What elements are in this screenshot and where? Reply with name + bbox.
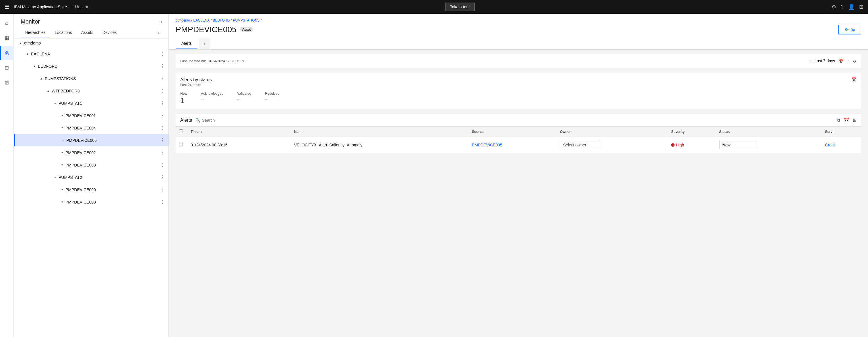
item-menu-icon[interactable]: ⋮ [157,136,168,144]
tree-item-pmpdevice001[interactable]: ▾ PMPDEVICE001 ⋮ [14,110,168,122]
tree-item-pumpstations[interactable]: ▲ PUMPSTATIONS ⋮ [14,72,168,85]
sidebar-item-home[interactable]: ⌂ [0,16,14,30]
severity-dot-icon [671,143,675,147]
tree-collapse-icon[interactable]: □ [159,20,162,24]
calendar-icon[interactable]: 📅 [844,117,849,123]
date-range-text[interactable]: Last 7 days [815,59,835,64]
tab-assets[interactable]: Assets [76,27,98,38]
tab-alerts[interactable]: Alerts [176,38,197,49]
brand-label: IBM Maximo Application Suite [14,5,67,9]
severity-indicator: High [671,143,712,147]
chevron-icon: ▲ [46,89,51,92]
setup-button[interactable]: Setup [838,25,861,34]
owner-select[interactable]: Select owner [560,141,600,149]
date-calendar-icon[interactable]: 📅 [837,58,844,65]
breadcrumb-eaglena[interactable]: EAGLENA [193,19,210,22]
sidebar-item-monitor[interactable]: ◎ [0,46,14,60]
chevron-icon: ▾ [60,163,64,166]
date-next-icon[interactable]: › [847,58,850,65]
status-label-resolved: Resolved [265,92,279,96]
card-calendar-icon[interactable]: 📅 [851,77,857,82]
tree-item-pmpdevice009[interactable]: ▾ PMPDEVICE009 ⋮ [14,183,168,196]
alert-controls: Last updated on: 01/24/2024 17:39:06 ↻ ‹… [176,54,861,68]
breadcrumb-pumpstations[interactable]: PUMPSTATIONS [233,19,259,22]
select-all-checkbox[interactable] [179,129,183,133]
tree-item-bedford[interactable]: ▲ BEDFORD ⋮ [14,60,168,72]
severity-label: High [676,143,684,147]
add-tab-button[interactable]: + [198,38,210,50]
item-menu-icon[interactable]: ⋮ [157,124,168,132]
tab-hierarchies[interactable]: Hierarchies [21,27,50,38]
search-input[interactable] [202,118,259,123]
tree-item-pmpdevice002[interactable]: ▾ PMPDEVICE002 ⋮ [14,146,168,159]
date-range-controls: ‹ Last 7 days 📅 › ⚙ [809,58,857,65]
item-menu-icon[interactable]: ⋮ [157,161,168,169]
tree-item-pmpdevice008[interactable]: ▾ PMPDEVICE008 ⋮ [14,196,168,208]
apps-icon[interactable]: ⊞ [859,4,863,10]
help-icon[interactable]: ? [841,4,844,10]
tab-locations[interactable]: Locations [50,27,76,38]
col-time[interactable]: Time ↓ [187,127,290,137]
tree-item-pmpdevice003[interactable]: ▾ PMPDEVICE003 ⋮ [14,159,168,171]
refresh-icon[interactable]: ↻ [241,59,244,63]
status-col-resolved: Resolved -- [265,92,279,105]
item-menu-icon[interactable]: ⋮ [157,112,168,119]
chevron-icon: ▲ [19,42,23,45]
tree-item-pmpdevice004[interactable]: ▾ PMPDEVICE004 ⋮ [14,122,168,134]
tree-tabs: Hierarchies Locations Assets Devices › [14,27,168,38]
settings-icon[interactable]: ⚙ [832,4,836,10]
chevron-icon: ▾ [60,188,64,191]
settings-icon[interactable]: ⚙ [853,59,857,63]
breadcrumb-gtmdemo[interactable]: gtmdemo [176,19,190,22]
breadcrumb-bedford[interactable]: BEDFORD [213,19,229,22]
col-owner: Owner [557,127,668,137]
item-menu-icon[interactable]: ⋮ [157,149,168,156]
row-checkbox[interactable] [179,143,183,146]
tree-item-pumpstat1[interactable]: ▲ PUMPSTAT1 ⋮ [14,97,168,110]
search-icon: 🔍 [195,118,200,123]
page-title: PMPDEVICE005 [176,25,237,34]
item-menu-icon[interactable]: ⋮ [157,74,168,82]
user-icon[interactable]: 👤 [848,4,855,10]
chevron-icon: ▲ [39,77,43,80]
alerts-table-section: Alerts 🔍 ⧉ 📅 ⊞ [176,114,861,153]
status-value-acknowledged: -- [201,97,223,103]
cell-source[interactable]: PMPDEVICE005 [468,137,557,153]
tour-button[interactable]: Take a tour [445,3,475,11]
sidebar-item-users[interactable]: ⊞ [0,76,14,90]
item-menu-icon[interactable]: ⋮ [157,173,168,181]
tree-item-pumpstat2[interactable]: ▲ PUMPSTAT2 ⋮ [14,171,168,183]
status-col-acknowledged: Acknowledged -- [201,92,223,105]
sidebar-item-devices[interactable]: ⊡ [0,61,14,74]
tree-item-label: PUMPSTAT2 [57,175,157,180]
tree-item-gtmdemo[interactable]: ▲ gtmdemo [14,38,168,48]
main-layout: ⌂ ▦ ◎ ⊡ ⊞ Monitor □ Hierarchies Location… [0,14,868,337]
item-menu-icon[interactable]: ⋮ [157,186,168,193]
tree-item-eaglena[interactable]: ▲ EAGLENA ⋮ [14,48,168,60]
tree-item-label: PMPDEVICE004 [64,126,157,130]
table-row: 01/24/2024 00:38:16 VELOCITYX_Alert_Sali… [176,137,861,153]
item-menu-icon[interactable]: ⋮ [157,198,168,206]
cell-owner: Select owner [557,137,668,153]
sidebar-icons: ⌂ ▦ ◎ ⊡ ⊞ [0,14,14,337]
card-subtitle: Last 24 hours [180,83,857,87]
alerts-by-status-card: 📅 Alerts by status Last 24 hours New 1 A… [176,73,861,110]
item-menu-icon[interactable]: ⋮ [157,99,168,107]
item-menu-icon[interactable]: ⋮ [157,50,168,58]
cell-service[interactable]: Creat [822,137,861,153]
copy-icon[interactable]: ⊞ [853,117,857,123]
sidebar-item-calendar[interactable]: ▦ [0,31,14,45]
tree-item-wtpbedford[interactable]: ▲ WTPBEDFORD ⋮ [14,85,168,97]
date-prev-icon[interactable]: ‹ [809,58,812,65]
tree-item-pmpdevice005[interactable]: ▾ PMPDEVICE005 ⋮ [14,134,168,146]
asset-badge: Asset [240,27,253,32]
menu-icon[interactable]: ☰ [5,4,9,10]
content-tabs: Alerts + [176,38,861,50]
item-menu-icon[interactable]: ⋮ [157,87,168,95]
status-dropdown[interactable]: New Acknowledged Validated Resolved [719,141,757,149]
tab-devices[interactable]: Devices [98,27,121,38]
tab-more-icon[interactable]: › [156,27,162,38]
filter-icon[interactable]: ⧉ [837,118,840,123]
item-menu-icon[interactable]: ⋮ [157,62,168,70]
last-updated: Last updated on: 01/24/2024 17:39:06 ↻ [180,59,244,63]
